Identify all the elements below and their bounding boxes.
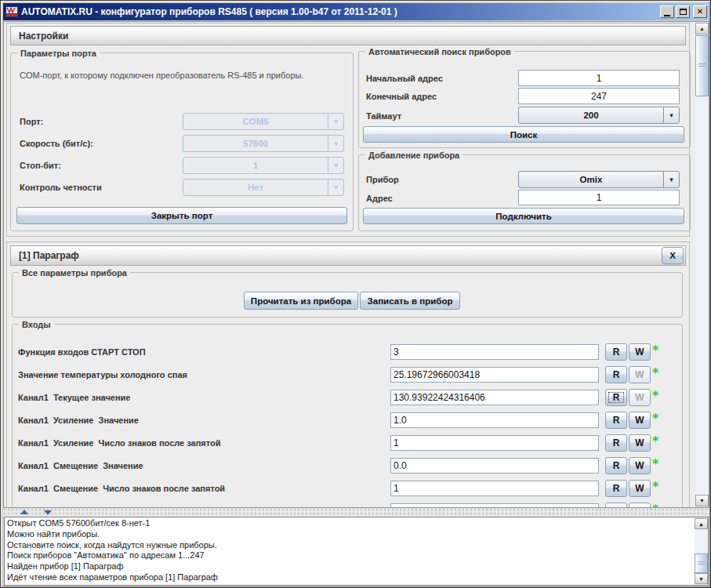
log-scrollbar-thumb[interactable] [695, 554, 708, 573]
close-button[interactable]: ✕ [693, 5, 707, 18]
start-address-input[interactable] [518, 70, 680, 86]
search-group: Автоматический поиск приборов Начальный … [358, 51, 691, 148]
device-panel-header: [1] Параграф X [10, 245, 686, 266]
main-scrollbar[interactable]: ▲ ▼ [695, 22, 709, 507]
write-button[interactable]: W [629, 434, 651, 452]
parameter-value-input[interactable] [390, 412, 599, 428]
maximize-button[interactable] [676, 5, 690, 18]
split-collapse-icon[interactable] [20, 510, 28, 514]
port-group-title: Параметры порта [17, 47, 100, 60]
write-button[interactable]: W [629, 412, 651, 429]
close-icon: ✕ [697, 8, 703, 16]
parameter-value-input[interactable] [390, 481, 599, 496]
window-title: AUTOMATIX.RU - конфигуратор приборов RS4… [21, 6, 658, 17]
thumb-grip-icon [698, 64, 706, 67]
parameter-value-input[interactable] [390, 458, 599, 474]
port-field-label: Стоп-бит: [20, 161, 61, 170]
title-bar[interactable]: AUTOMATIX.RU - конфигуратор приборов RS4… [3, 3, 709, 20]
read-button[interactable]: R [605, 434, 627, 452]
close-port-button[interactable]: Закрыть порт [16, 207, 347, 224]
search-button[interactable]: Поиск [363, 126, 684, 143]
changed-marker-icon: * [652, 390, 658, 401]
read-button[interactable]: R [605, 457, 627, 474]
parameter-value-input[interactable] [390, 367, 599, 383]
minimize-button[interactable] [660, 5, 674, 18]
all-params-title: Все параметры прибора [19, 267, 130, 279]
port-field-label: Контроль четности [20, 183, 102, 192]
write-button[interactable]: W [629, 343, 651, 361]
inputs-group: Входы Функция входов СТАРТ СТОПRW*Значен… [12, 324, 683, 508]
log-line: Остановите поиск, когда найдутся нужные … [5, 540, 694, 551]
changed-marker-icon: * [652, 436, 658, 447]
parameter-label: Канал1 Смещение Значение [18, 461, 143, 470]
write-button[interactable]: W [629, 389, 651, 406]
parameter-row: Канал1 Смещение Число знаков после запят… [13, 477, 682, 500]
chevron-down-icon: ▼ [328, 180, 343, 195]
scroll-up-button[interactable]: ▲ [695, 23, 709, 34]
scrollbar-thumb[interactable] [695, 35, 709, 96]
parameter-value-input[interactable] [390, 344, 599, 360]
split-divider[interactable] [3, 508, 709, 517]
end-address-input[interactable] [518, 88, 680, 104]
connect-button[interactable]: Подключить [363, 208, 684, 224]
chevron-down-icon: ▼ [328, 114, 343, 129]
log-line: Можно найти приборы. [5, 529, 694, 540]
parameter-label: Значение температуры холодного спая [18, 370, 187, 379]
write-button[interactable]: W [629, 457, 651, 474]
chevron-down-icon[interactable]: ▼ [663, 172, 679, 187]
timeout-value: 200 [519, 107, 663, 123]
address-input[interactable] [518, 190, 680, 205]
chevron-down-icon: ▼ [328, 158, 343, 173]
port-field-value: Нет [183, 180, 328, 195]
device-combo[interactable]: Omix ▼ [518, 171, 680, 188]
scroll-up-icon: ▲ [699, 26, 705, 31]
parameter-label: Функция входов СТАРТ СТОП [18, 347, 146, 357]
port-field-label: Порт: [20, 117, 43, 126]
changed-marker-icon: * [652, 413, 658, 424]
log-scrollbar[interactable]: ▲ ▼ [695, 517, 708, 585]
parameter-row: Функция входов СТАРТ СТОПRW* [13, 341, 682, 364]
port-field-combo[interactable]: 1▼ [183, 157, 344, 174]
write-button[interactable]: W [629, 503, 651, 508]
port-field-combo[interactable]: COM5▼ [183, 113, 344, 130]
parameter-row: Канал1 Текущее значениеRW* [13, 387, 682, 409]
app-window: AUTOMATIX.RU - конфигуратор приборов RS4… [0, 0, 711, 588]
parameter-value-input[interactable] [390, 390, 599, 405]
main-scroll-area: Настройки Параметры порта COM-порт, к ко… [3, 21, 709, 508]
changed-marker-icon: * [652, 368, 658, 379]
read-button[interactable]: R [605, 366, 627, 383]
log-panel: Открыт COM5 57600бит/сек 8-нет-1Можно на… [4, 517, 709, 586]
port-field-combo[interactable]: 57600▼ [183, 135, 344, 152]
port-group-description: COM-порт, к которому подключен преобразо… [20, 71, 304, 80]
port-field-value: COM5 [183, 114, 328, 129]
add-group-title: Добавление прибора [365, 149, 463, 162]
inputs-group-title: Входы [19, 318, 54, 331]
write-button[interactable]: W [629, 480, 651, 497]
read-button[interactable]: R [605, 412, 627, 429]
device-panel-title: [1] Параграф [19, 250, 79, 261]
port-field-value: 57600 [183, 136, 328, 151]
end-address-label: Конечный адрес [366, 92, 437, 101]
write-button[interactable]: W [629, 366, 651, 383]
read-button[interactable]: R [605, 480, 627, 497]
parameter-label: Канал1 Усиление Число знаков после запят… [18, 438, 221, 448]
read-button[interactable]: R [605, 389, 627, 406]
split-expand-icon[interactable] [44, 510, 52, 515]
read-button[interactable]: R [605, 503, 627, 508]
log-scroll-down-button[interactable]: ▼ [695, 573, 708, 584]
parameter-value-input[interactable] [390, 435, 599, 451]
write-all-button[interactable]: Записать в прибор [360, 292, 460, 310]
parameter-label: Канал1 Усиление Значение [18, 416, 139, 425]
port-field-combo[interactable]: Нет▼ [183, 179, 344, 196]
scroll-down-button[interactable]: ▼ [695, 495, 709, 506]
chevron-down-icon[interactable]: ▼ [663, 107, 679, 123]
port-group: Параметры порта COM-порт, к которому под… [10, 53, 354, 231]
log-scroll-up-button[interactable]: ▲ [695, 518, 708, 529]
changed-marker-icon: * [652, 459, 658, 470]
read-button[interactable]: R [605, 343, 627, 361]
port-field-value: 1 [183, 158, 328, 173]
read-all-button[interactable]: Прочитать из прибора [244, 292, 358, 310]
changed-marker-icon: * [652, 345, 658, 356]
timeout-combo[interactable]: 200 ▼ [518, 107, 680, 124]
device-close-button[interactable]: X [662, 247, 684, 264]
